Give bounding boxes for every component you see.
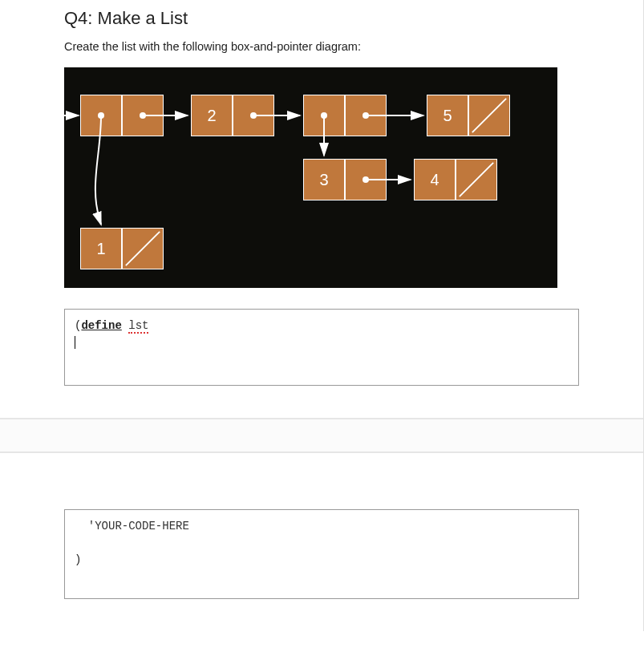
section-divider: [0, 418, 643, 453]
inner-pair2-car: 4: [414, 159, 456, 200]
code-placeholder: 'YOUR-CODE-HERE: [88, 520, 189, 532]
pair3-cdr: [345, 95, 387, 136]
page-content: Q4: Make a List Create the list with the…: [0, 0, 644, 631]
box-pointer-diagram: 2 5 3 4 1: [64, 67, 557, 288]
pair4-car: 5: [427, 95, 468, 136]
code-editor-bottom[interactable]: 'YOUR-CODE-HERE ): [64, 509, 579, 599]
close-paren: ): [75, 553, 81, 566]
text-cursor: [75, 336, 75, 349]
inner-pair1-cdr: [345, 159, 387, 200]
inner-pair2-cdr-nil: [456, 159, 497, 200]
pair1-cdr: [122, 95, 164, 136]
lst-identifier: lst: [128, 319, 148, 334]
one-pair-cdr-nil: [122, 228, 164, 269]
pair1-car: [80, 95, 122, 136]
pair2-car: 2: [191, 95, 233, 136]
pair2-cdr: [233, 95, 274, 136]
inner-pair1-car: 3: [303, 159, 345, 200]
one-pair-car: 1: [80, 228, 122, 269]
define-keyword: define: [81, 319, 121, 332]
svg-line-0: [472, 99, 506, 132]
pair3-car: [303, 95, 345, 136]
pair4-cdr-nil: [468, 95, 510, 136]
question-title: Q4: Make a List: [64, 8, 579, 29]
svg-line-1: [460, 163, 493, 196]
instruction-text: Create the list with the following box-a…: [64, 40, 579, 53]
code-editor-top[interactable]: (define lst: [64, 309, 579, 386]
svg-line-2: [126, 232, 160, 265]
